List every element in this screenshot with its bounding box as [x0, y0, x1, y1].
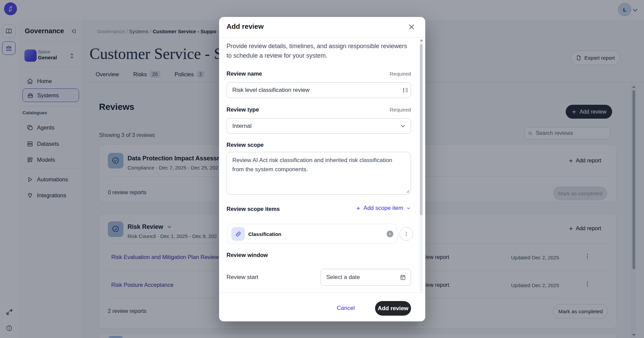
review-scope-textarea[interactable]: Review AI Act risk classification and in…: [227, 152, 411, 195]
add-scope-item-button[interactable]: Add scope item: [356, 205, 411, 212]
cancel-button[interactable]: Cancel: [337, 305, 355, 312]
review-type-select[interactable]: Internal: [227, 118, 411, 134]
review-scope-label: Review scope: [227, 142, 264, 148]
modal-add-review-button[interactable]: Add review: [375, 301, 411, 316]
app-window: L Governance: [0, 0, 644, 338]
modal-add-review-label: Add review: [378, 305, 409, 312]
scope-items-label: Review scope items: [227, 206, 280, 212]
scope-item-menu-button[interactable]: [399, 227, 413, 241]
review-type-value: Internal: [232, 123, 252, 130]
add-scope-item-label: Add scope item: [364, 205, 403, 212]
review-window-label: Review window: [227, 252, 268, 258]
review-type-label-row: Review type Required: [227, 106, 411, 113]
kebab-icon: [403, 231, 409, 237]
calendar-icon: [400, 274, 406, 280]
review-name-label-row: Review name Required: [227, 71, 411, 77]
input-cursor-icon: [403, 87, 408, 93]
date-placeholder: Select a date: [326, 274, 360, 281]
chevron-down-icon: [406, 206, 411, 211]
close-icon: [408, 23, 415, 31]
review-name-label: Review name: [227, 71, 262, 77]
modal-description: Provide review details, timelines, and a…: [227, 41, 409, 60]
modal-scrollbar-thumb[interactable]: [420, 44, 423, 215]
review-start-label: Review start: [227, 274, 258, 281]
link-icon: [231, 227, 245, 241]
review-start-date-field[interactable]: Select a date: [320, 269, 411, 286]
scope-items-row: Review scope items Add scope item: [227, 205, 411, 212]
modal-scroll-up-arrow[interactable]: [420, 39, 423, 41]
modal-title: Add review: [227, 22, 264, 31]
plus-icon: [356, 206, 361, 211]
scope-item-name: Classification: [248, 231, 281, 237]
review-name-input[interactable]: [227, 82, 411, 98]
scope-item-card: Classification: [227, 224, 397, 244]
review-type-label: Review type: [227, 106, 259, 113]
add-review-modal: Add review Provide review details, timel…: [219, 17, 425, 321]
chevron-down-icon: [400, 123, 406, 129]
required-badge: Required: [390, 107, 411, 113]
auto-linked-icon: [387, 231, 393, 237]
required-badge: Required: [390, 71, 411, 77]
divider: [219, 37, 425, 38]
divider: [219, 293, 425, 293]
modal-close-button[interactable]: [407, 22, 416, 32]
resize-handle-icon[interactable]: [406, 189, 409, 193]
